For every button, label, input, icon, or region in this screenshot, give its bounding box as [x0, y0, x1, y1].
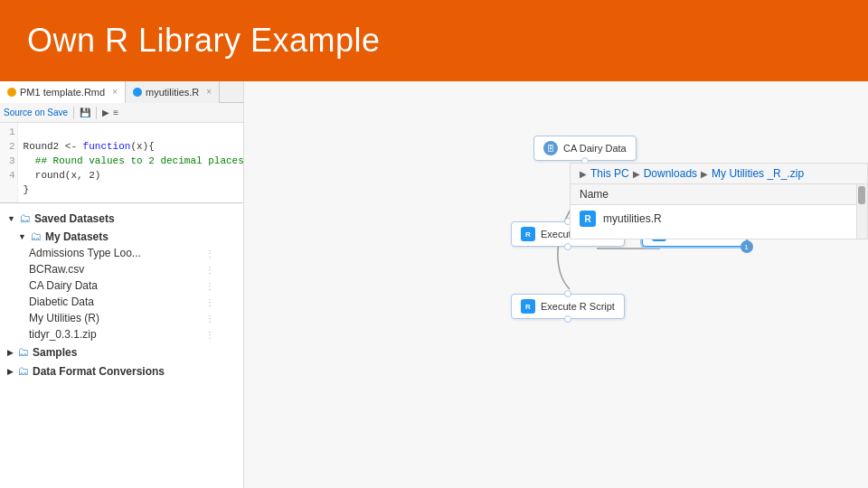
- dataset-tidyr-label: tidyr_0.3.1.zip: [29, 328, 97, 341]
- my-datasets-triangle: ▼: [18, 232, 26, 241]
- toolbar-sep-1: [73, 107, 74, 119]
- breadcrumb-arrow-1: ▶: [580, 169, 587, 179]
- file-list-header: Name: [571, 184, 856, 205]
- code-editor: PM1 template.Rmd × myutilities.R × Sourc…: [0, 81, 243, 203]
- dataset-admissions-label: Admissions Type Loo...: [29, 247, 141, 259]
- dataset-ca-dairy-label: CA Dairy Data: [29, 279, 98, 292]
- toolbar-source-save[interactable]: Source on Save: [4, 108, 68, 117]
- execute-r-2-port-bottom[interactable]: [564, 315, 571, 323]
- toolbar-run-icon[interactable]: ▶: [102, 108, 109, 117]
- data-format-section[interactable]: ▶ 🗂 Data Format Conversions: [0, 361, 243, 380]
- saved-datasets-section[interactable]: ▼ 🗂 Saved Datasets: [0, 209, 243, 228]
- page-title: Own R Library Example: [27, 22, 381, 60]
- execute-r-1-port-bottom[interactable]: [564, 243, 571, 250]
- header: Own R Library Example: [0, 0, 868, 81]
- my-datasets-label: My Datasets: [45, 230, 108, 243]
- dataset-item-admissions[interactable]: Admissions Type Loo... ⋮: [0, 245, 243, 261]
- code-text-area[interactable]: Round2 <- function(x){ ## Round values t…: [18, 123, 243, 203]
- saved-datasets-icon: 🗂: [19, 211, 31, 225]
- dataset-my-utilities-dots: ⋮: [205, 314, 214, 324]
- dataset-item-bcraw[interactable]: BCRaw.csv ⋮: [0, 261, 243, 277]
- tab-r[interactable]: myutilities.R ×: [126, 81, 220, 103]
- editor-tabs: PM1 template.Rmd × myutilities.R ×: [0, 81, 243, 103]
- breadcrumb-arrow-2: ▶: [633, 169, 640, 179]
- tab-rmd-label: PM1 template.Rmd: [20, 87, 105, 98]
- toolbar-more-icon[interactable]: ≡: [113, 108, 118, 117]
- dataset-diabetic-label: Diabetic Data: [29, 296, 94, 308]
- dataset-ca-dairy-dots: ⋮: [205, 281, 214, 291]
- execute-r-2-label: Execute R Script: [541, 301, 615, 312]
- my-utilities-badge: 1: [741, 240, 753, 253]
- dataset-my-utilities-label: My Utilities (R): [29, 312, 99, 324]
- code-content: 1 2 3 4 Round2 <- function(x){ ## Round …: [0, 123, 243, 203]
- file-name[interactable]: myutilities.R: [603, 212, 662, 225]
- file-list-content: R myutilities.R: [571, 205, 856, 232]
- tab-rmd[interactable]: PM1 template.Rmd ×: [0, 81, 126, 103]
- tab-r-label: myutilities.R: [146, 87, 199, 98]
- dataset-bcraw-label: BCRaw.csv: [29, 263, 84, 276]
- dataset-diabetic-dots: ⋮: [205, 297, 214, 307]
- breadcrumb-arrow-3: ▶: [701, 169, 708, 179]
- file-explorer: ▶ This PC ▶ Downloads ▶ My Utilities _R_…: [570, 163, 868, 239]
- line-num-4: 4: [2, 168, 15, 183]
- dataset-bcraw-dots: ⋮: [205, 265, 214, 275]
- dataset-item-my-utilities[interactable]: My Utilities (R) ⋮: [0, 310, 243, 326]
- editor-toolbar: Source on Save 💾 ▶ ≡: [0, 103, 243, 123]
- execute-r-2-icon: R: [521, 299, 535, 314]
- left-panel: PM1 template.Rmd × myutilities.R × Sourc…: [0, 81, 244, 488]
- data-format-icon: 🗂: [17, 364, 29, 378]
- samples-label: Samples: [33, 346, 77, 359]
- saved-datasets-triangle: ▼: [7, 214, 15, 223]
- breadcrumb-downloads[interactable]: Downloads: [644, 167, 697, 180]
- main-content: PM1 template.Rmd × myutilities.R × Sourc…: [0, 81, 868, 488]
- tab-r-close[interactable]: ×: [206, 87, 212, 97]
- samples-triangle: ▶: [7, 348, 14, 357]
- r-file-icon: R: [580, 211, 596, 227]
- file-column-name: Name: [580, 188, 609, 201]
- line-num-1: 1: [2, 125, 15, 139]
- toolbar-sep-2: [96, 107, 97, 119]
- execute-r-2-port-top[interactable]: [564, 290, 571, 297]
- my-datasets-subsection[interactable]: ▼ 🗂 My Datasets: [0, 228, 243, 245]
- my-datasets-icon: 🗂: [30, 230, 42, 243]
- ca-dairy-label: CA Dairy Data: [563, 143, 627, 154]
- breadcrumb-this-pc[interactable]: This PC: [590, 167, 629, 180]
- dataset-tidyr-dots: ⋮: [205, 330, 214, 340]
- line-num-2: 2: [2, 139, 15, 154]
- samples-icon: 🗂: [17, 345, 29, 359]
- line-numbers: 1 2 3 4: [0, 123, 18, 203]
- saved-datasets-label: Saved Datasets: [34, 212, 115, 225]
- canvas-area[interactable]: 🗄 CA Dairy Data R Execute R Script R My …: [244, 81, 868, 488]
- flow-node-ca-dairy[interactable]: 🗄 CA Dairy Data: [533, 136, 637, 161]
- data-format-label: Data Format Conversions: [33, 365, 165, 378]
- dataset-panel: ▼ 🗂 Saved Datasets ▼ 🗂 My Datasets Admis…: [0, 203, 243, 488]
- line-num-3: 3: [2, 154, 15, 168]
- data-format-triangle: ▶: [7, 367, 14, 376]
- file-breadcrumb: ▶ This PC ▶ Downloads ▶ My Utilities _R_…: [571, 164, 867, 184]
- file-scrollbar[interactable]: [856, 184, 867, 239]
- r-tab-icon: [133, 88, 142, 97]
- samples-section[interactable]: ▶ 🗂 Samples: [0, 343, 243, 361]
- execute-r-1-icon: R: [521, 227, 535, 241]
- ca-dairy-icon: 🗄: [543, 141, 558, 155]
- dataset-item-diabetic[interactable]: Diabetic Data ⋮: [0, 294, 243, 310]
- flow-node-execute-r-2[interactable]: R Execute R Script: [511, 294, 625, 319]
- dataset-admissions-dots: ⋮: [205, 249, 214, 258]
- rmd-tab-icon: [7, 88, 16, 97]
- breadcrumb-zip[interactable]: My Utilities _R_.zip: [712, 167, 804, 180]
- canvas-wrapper: ▶ This PC ▶ Downloads ▶ My Utilities _R_…: [244, 81, 868, 488]
- toolbar-save-icon[interactable]: 💾: [80, 108, 90, 117]
- dataset-item-tidyr[interactable]: tidyr_0.3.1.zip ⋮: [0, 326, 243, 343]
- tab-rmd-close[interactable]: ×: [112, 87, 118, 97]
- dataset-item-ca-dairy[interactable]: CA Dairy Data ⋮: [0, 277, 243, 294]
